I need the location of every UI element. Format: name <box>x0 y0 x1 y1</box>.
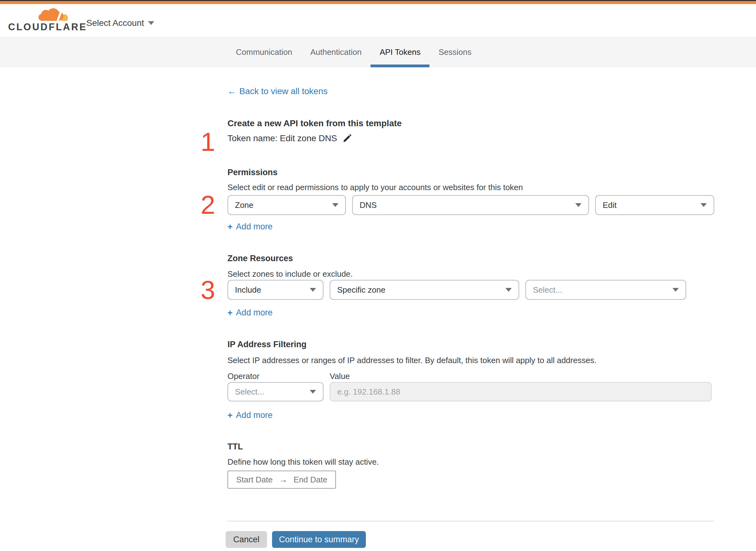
ip-filtering-row: Select... <box>227 382 712 401</box>
ttl-heading: TTL <box>227 442 243 452</box>
active-tab-underline <box>370 64 430 67</box>
ip-operator-select[interactable]: Select... <box>227 382 323 401</box>
add-more-label: Add more <box>236 222 272 231</box>
permission-access-select[interactable]: Edit <box>595 195 714 215</box>
footer-divider <box>227 521 714 521</box>
zone-resources-description: Select zones to include or exclude. <box>227 269 353 279</box>
tab-label: Authentication <box>310 47 362 57</box>
cloudflare-wordmark: CLOUDFLARE <box>8 21 69 33</box>
page-title: Create a new API token from this templat… <box>227 118 402 128</box>
zone-resources-heading: Zone Resources <box>227 254 293 263</box>
tabs: Communication Authentication API Tokens … <box>227 37 481 67</box>
select-placeholder: Select... <box>235 387 264 397</box>
ttl-date-range-picker[interactable]: Start Date → End Date <box>227 471 336 489</box>
value-label: Value <box>330 372 350 381</box>
token-name-text: Token name: Edit zone DNS <box>227 133 337 143</box>
select-value: Edit <box>603 200 617 210</box>
account-selector-label: Select Account <box>86 18 144 28</box>
ip-filtering-heading: IP Address Filtering <box>227 340 307 349</box>
add-more-label: Add more <box>236 308 272 318</box>
cancel-button[interactable]: Cancel <box>226 531 267 548</box>
edit-pencil-icon[interactable] <box>342 133 352 143</box>
api-token-template-page: CLOUDFLARE Select Account Communication … <box>0 0 756 551</box>
ttl-description: Define how long this token will stay act… <box>227 457 379 467</box>
select-value: Include <box>235 285 261 295</box>
cloudflare-logo: CLOUDFLARE <box>8 8 69 33</box>
permissions-row: Zone DNS Edit <box>227 195 714 215</box>
select-placeholder: Select... <box>533 285 562 295</box>
select-value: Specific zone <box>337 285 386 295</box>
permissions-description: Select edit or read permissions to apply… <box>227 183 523 192</box>
tab-label: Communication <box>236 47 292 57</box>
footer-actions: Cancel Continue to summary <box>226 531 366 548</box>
caret-down-icon <box>310 390 316 394</box>
token-name-row: Token name: Edit zone DNS <box>227 133 352 143</box>
chevron-down-icon <box>148 21 154 25</box>
tab-authentication[interactable]: Authentication <box>301 37 371 67</box>
ip-value-input[interactable] <box>330 382 712 401</box>
tab-sessions[interactable]: Sessions <box>430 37 481 67</box>
back-link-label: Back to view all tokens <box>239 86 327 96</box>
step-number-3: 3 <box>198 277 218 303</box>
end-date-placeholder: End Date <box>293 475 327 485</box>
caret-down-icon <box>575 203 582 207</box>
caret-down-icon <box>332 203 338 207</box>
tab-api-tokens[interactable]: API Tokens <box>370 37 430 67</box>
ip-filtering-description: Select IP addresses or ranges of IP addr… <box>227 356 597 365</box>
select-value: DNS <box>359 200 377 210</box>
brand-orange-bar <box>0 1 756 4</box>
tab-communication[interactable]: Communication <box>227 37 301 67</box>
plus-icon: + <box>227 411 232 420</box>
zone-picker-select[interactable]: Select... <box>525 280 686 300</box>
plus-icon: + <box>227 222 232 231</box>
zone-resources-add-more-link[interactable]: + Add more <box>227 308 272 318</box>
caret-down-icon <box>701 203 707 207</box>
select-value: Zone <box>235 200 253 210</box>
ip-filtering-add-more-link[interactable]: + Add more <box>227 411 272 420</box>
back-to-tokens-link[interactable]: ← Back to view all tokens <box>227 86 327 96</box>
zone-type-select[interactable]: Specific zone <box>330 280 519 300</box>
start-date-placeholder: Start Date <box>236 475 273 485</box>
permissions-heading: Permissions <box>227 168 278 177</box>
step-number-2: 2 <box>198 192 218 218</box>
plus-icon: + <box>227 309 232 317</box>
caret-down-icon <box>310 288 316 292</box>
permission-scope-select[interactable]: Zone <box>227 195 346 215</box>
tab-label: Sessions <box>439 47 472 57</box>
add-more-label: Add more <box>236 411 272 420</box>
caret-down-icon <box>673 288 679 292</box>
cloudflare-cloud-icon <box>38 8 68 21</box>
continue-to-summary-button[interactable]: Continue to summary <box>272 531 366 548</box>
back-arrow-icon: ← <box>227 86 236 96</box>
step-number-1: 1 <box>198 129 218 155</box>
operator-label: Operator <box>227 372 259 381</box>
arrow-right-icon: → <box>279 475 287 485</box>
profile-tab-bar: Communication Authentication API Tokens … <box>0 37 756 67</box>
caret-down-icon <box>506 288 512 292</box>
app-header: CLOUDFLARE Select Account <box>0 4 756 37</box>
permissions-add-more-link[interactable]: + Add more <box>227 222 272 231</box>
zone-resources-row: Include Specific zone Select... <box>227 280 686 300</box>
account-selector[interactable]: Select Account <box>86 14 154 32</box>
tab-label: API Tokens <box>380 47 421 57</box>
permission-service-select[interactable]: DNS <box>352 195 589 215</box>
zone-mode-select[interactable]: Include <box>227 280 323 300</box>
